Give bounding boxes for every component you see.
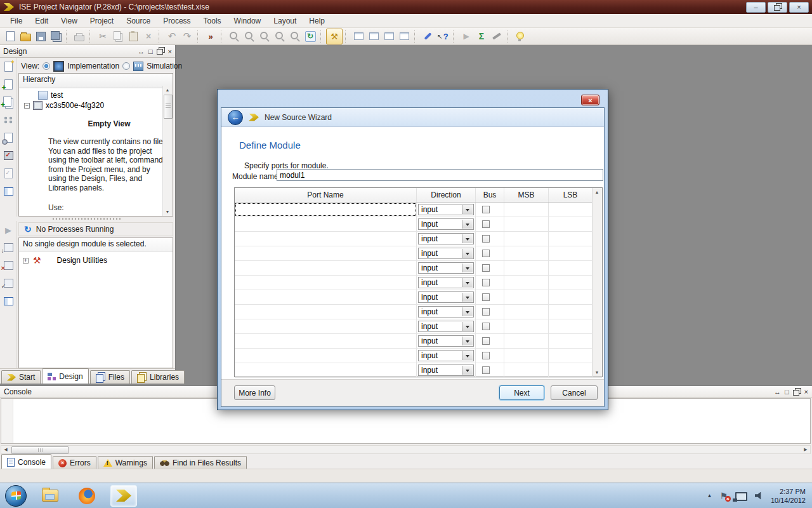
bus-checkbox[interactable] <box>482 352 490 359</box>
menu-process[interactable]: Process <box>157 15 197 27</box>
tab-libraries[interactable]: Libraries <box>131 370 185 384</box>
more-info-button[interactable]: More Info <box>234 385 275 400</box>
rerun-all-icon[interactable] <box>1 277 15 289</box>
port-name-cell[interactable] <box>235 305 417 319</box>
tree-item-test[interactable]: test <box>19 90 173 100</box>
simulation-radio[interactable] <box>122 62 130 70</box>
direction-select[interactable]: input <box>418 321 474 332</box>
taskbar-ise-button[interactable] <box>110 485 137 507</box>
taskbar-firefox-button[interactable] <box>74 485 100 507</box>
direction-select[interactable]: input <box>418 306 474 318</box>
hammer-icon[interactable]: ⚒ <box>326 29 343 44</box>
paste-icon[interactable] <box>126 29 141 44</box>
scroll-down-icon[interactable]: ▼ <box>593 368 601 377</box>
split-h-icon[interactable] <box>366 29 381 44</box>
next-button[interactable]: Next <box>499 385 544 400</box>
dropdown-arrow-icon[interactable] <box>462 307 473 316</box>
dropdown-arrow-icon[interactable] <box>462 293 473 302</box>
port-name-cell[interactable] <box>235 203 417 217</box>
implementation-radio[interactable] <box>43 62 50 70</box>
close-panel-icon[interactable]: × <box>168 48 172 55</box>
overflow-icon[interactable]: » <box>203 29 218 44</box>
zoom-fit-icon[interactable] <box>287 29 303 44</box>
direction-select[interactable]: input <box>418 350 474 361</box>
wrench-icon[interactable] <box>420 29 435 44</box>
start-button[interactable] <box>5 485 27 507</box>
menu-file[interactable]: File <box>4 15 29 27</box>
redo-icon[interactable]: ↷ <box>180 29 195 44</box>
direction-select[interactable]: input <box>418 248 474 259</box>
zoom-region-icon[interactable] <box>272 29 287 44</box>
bus-checkbox[interactable] <box>482 220 490 228</box>
menu-window[interactable]: Window <box>228 15 268 27</box>
lsb-cell[interactable] <box>549 334 593 348</box>
dropdown-arrow-icon[interactable] <box>462 322 473 331</box>
zoom-full-icon[interactable] <box>257 29 272 44</box>
scroll-left-icon[interactable]: ◀ <box>1 446 10 453</box>
lsb-cell[interactable] <box>549 349 593 363</box>
msb-cell[interactable] <box>504 276 549 290</box>
msb-cell[interactable] <box>504 217 549 231</box>
bus-checkbox[interactable] <box>482 235 490 243</box>
cancel-button[interactable]: Cancel <box>551 385 598 400</box>
msb-cell[interactable] <box>504 203 549 217</box>
lsb-cell[interactable] <box>549 305 593 319</box>
dropdown-arrow-icon[interactable] <box>462 205 473 214</box>
port-name-cell[interactable] <box>235 290 417 304</box>
msb-cell[interactable] <box>504 334 549 348</box>
lsb-cell[interactable] <box>549 290 593 304</box>
tray-expand-icon[interactable]: ▲ <box>707 493 712 498</box>
clock[interactable]: 2:37 PM 10/14/2012 <box>771 487 806 505</box>
rerun-process-icon[interactable] <box>1 242 15 253</box>
implementation-label[interactable]: Implementation <box>67 62 119 70</box>
tree-item-device[interactable]: − xc3s500e-4fg320 <box>19 100 173 110</box>
open-project-icon[interactable] <box>18 29 33 44</box>
lightbulb-icon[interactable] <box>513 29 528 44</box>
scroll-up-icon[interactable]: ▲ <box>163 86 172 94</box>
sum-icon[interactable]: Σ <box>474 29 489 44</box>
restore-window-icon[interactable] <box>396 29 412 44</box>
design-summary-icon[interactable] <box>1 132 15 144</box>
bus-checkbox[interactable] <box>482 337 490 345</box>
menu-tools[interactable]: Tools <box>197 15 228 27</box>
bus-checkbox[interactable] <box>482 279 490 286</box>
minimize-button[interactable]: – <box>746 2 766 13</box>
volume-icon[interactable] <box>755 492 763 500</box>
menu-help[interactable]: Help <box>303 15 331 27</box>
menu-source[interactable]: Source <box>120 15 157 27</box>
float-console-icon[interactable]: ↔ <box>774 388 781 396</box>
maximize-console-icon[interactable]: □ <box>785 388 789 396</box>
telescope-icon[interactable] <box>489 29 504 44</box>
dialog-close-button[interactable]: × <box>581 95 599 105</box>
msb-cell[interactable] <box>504 232 549 246</box>
msb-cell[interactable] <box>504 349 549 363</box>
new-source-icon[interactable] <box>3 29 18 44</box>
tab-files[interactable]: Files <box>90 370 130 384</box>
zoom-out-icon[interactable] <box>242 29 257 44</box>
direction-select[interactable]: input <box>418 364 474 376</box>
tab-errors[interactable]: Errors <box>53 456 96 469</box>
lsb-cell[interactable] <box>549 232 593 246</box>
dropdown-arrow-icon[interactable] <box>462 278 473 287</box>
print-icon[interactable] <box>72 29 87 44</box>
run-icon[interactable]: ▶ <box>459 29 474 44</box>
add-copy-of-source-icon[interactable] <box>1 97 15 108</box>
msb-cell[interactable] <box>504 246 549 260</box>
split-v-icon[interactable] <box>381 29 396 44</box>
port-name-cell[interactable] <box>235 349 417 363</box>
maximize-panel-icon[interactable]: □ <box>148 48 153 55</box>
restore-panel-icon[interactable] <box>157 49 163 55</box>
menu-edit[interactable]: Edit <box>29 15 55 27</box>
scroll-right-icon[interactable]: ▶ <box>801 446 810 453</box>
dropdown-arrow-icon[interactable] <box>462 220 473 229</box>
collapse-expander-icon[interactable]: − <box>24 103 30 109</box>
tree-item-design-utilities[interactable]: + ⚒ Design Utilities <box>19 254 173 267</box>
direction-select[interactable]: input <box>418 204 474 215</box>
restore-button[interactable] <box>768 2 787 13</box>
msb-cell[interactable] <box>504 319 549 333</box>
dropdown-arrow-icon[interactable] <box>462 337 473 345</box>
menu-view[interactable]: View <box>55 15 84 27</box>
menu-project[interactable]: Project <box>84 15 120 27</box>
cut-icon[interactable]: ✂ <box>95 29 110 44</box>
direction-select[interactable]: input <box>418 335 474 347</box>
